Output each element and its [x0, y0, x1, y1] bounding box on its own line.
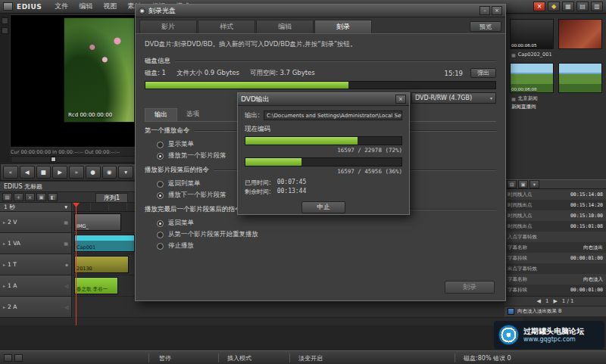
radio-option[interactable]: 返回菜单	[145, 216, 496, 228]
layout-rows-icon[interactable]: ▤	[576, 2, 589, 11]
bin-thumbnail[interactable]	[558, 63, 602, 93]
menu-edit[interactable]: 编辑	[73, 0, 98, 13]
expand-icon[interactable]: ▸	[3, 283, 5, 288]
list-toolbar-icon-1[interactable]: ▤	[507, 180, 517, 188]
minimize-icon[interactable]: –	[479, 6, 490, 15]
toolbar-icon-4[interactable]: ▣	[36, 193, 46, 201]
list-item[interactable]: 入点字幕特效	[504, 232, 606, 242]
abort-button[interactable]: 中止	[301, 201, 345, 213]
track-header-1t[interactable]: ▸ 1 T ▪	[0, 254, 72, 275]
shuttle-left-button[interactable]: «	[3, 166, 18, 179]
toolbar-icon-2[interactable]: +	[14, 193, 23, 201]
expand-icon[interactable]: ▸	[3, 304, 5, 310]
list-item[interactable]: 字幕持续 00:00:01:00	[504, 285, 606, 295]
status-insert-mode[interactable]: 插入模式	[227, 351, 251, 364]
track-header-2v[interactable]: ▸ 2 V ▦	[0, 212, 72, 233]
bin-item-caption[interactable]: ▦ Cap0202_001	[511, 51, 552, 58]
sequence-tab[interactable]: 序列1	[95, 193, 128, 202]
list-item[interactable]: 字幕持续 00:00:01:00	[504, 253, 606, 263]
status-ripple[interactable]: 淡变开启	[298, 351, 323, 364]
audio-track-icon[interactable]: ◁	[64, 283, 68, 288]
list-toolbar-icon-2[interactable]: ▣	[518, 180, 528, 188]
close-icon[interactable]: ×	[492, 6, 502, 15]
effect-row[interactable]: 向右淡入淡出效果 B	[504, 306, 606, 316]
menu-file[interactable]: 文件	[49, 0, 73, 13]
pager-prev-icon[interactable]: ◀	[537, 298, 541, 304]
loop-button[interactable]: ◉	[102, 166, 117, 179]
bin-thumbnail[interactable]: 00:00:06:05	[510, 19, 554, 49]
menu-view[interactable]: 视图	[98, 0, 122, 13]
dialog-titlebar[interactable]: DVD输出 ×	[238, 93, 409, 106]
track-header-1va[interactable]: ▸ 1 VA ▦	[0, 233, 72, 254]
seek-handle[interactable]	[51, 157, 56, 162]
status-icon[interactable]	[4, 354, 12, 362]
audio-track-icon[interactable]: ◁	[64, 304, 68, 310]
tab-style[interactable]: 样式	[198, 20, 255, 33]
track-header-2a[interactable]: ▸ 2 A ◁	[0, 297, 72, 318]
record-button[interactable]: ●	[86, 166, 101, 179]
video-track-icon[interactable]: ▦	[64, 219, 68, 225]
preview-button[interactable]: 预览	[470, 21, 501, 32]
list-item[interactable]: 字幕名称 向右淡入	[504, 274, 606, 285]
list-item[interactable]: 出点字幕特效	[504, 263, 606, 274]
video-track-icon[interactable]: ▦	[64, 241, 68, 246]
list-item[interactable]: 时间线入点 00:15:14:08	[504, 189, 606, 200]
close-icon[interactable]: ×	[395, 95, 406, 104]
expand-icon[interactable]: ▸	[3, 219, 5, 225]
expand-icon[interactable]: ▸	[3, 241, 5, 246]
bin-item-caption[interactable]: ▦ 北京新闻	[511, 95, 538, 102]
list-item[interactable]: 时间线出点 00:15:01:08	[504, 221, 606, 232]
play-button[interactable]: ▶	[52, 166, 67, 179]
step-forward-button[interactable]: »	[69, 166, 84, 179]
radio-icon[interactable]	[157, 142, 164, 148]
list-item[interactable]: 时间线入点 00:15:10:00	[504, 210, 606, 221]
track-header-1a[interactable]: ▸ 1 A ◁	[0, 275, 72, 297]
seek-bar[interactable]	[11, 156, 136, 163]
media-type-dropdown[interactable]: DVD-R/RW (4.7GB) ▾	[411, 92, 496, 104]
timeline-clip[interactable]: Cap001	[74, 235, 135, 252]
bin-item-caption-selected[interactable]: 新闻直播间	[511, 104, 536, 110]
dialog-titlebar[interactable]: 刻录光盘 – ×	[136, 5, 505, 17]
radio-icon[interactable]	[157, 181, 164, 188]
title-track-icon[interactable]: ▪	[65, 262, 68, 267]
playhead-line[interactable]	[76, 203, 77, 325]
tab-movie[interactable]: 影片	[139, 20, 197, 33]
radio-icon-selected[interactable]	[157, 192, 164, 199]
radio-icon-selected[interactable]	[157, 220, 164, 227]
eject-button[interactable]: 弹出	[470, 68, 496, 78]
burn-button[interactable]: 刻录	[445, 281, 495, 294]
tab-burn[interactable]: 刻录	[314, 20, 372, 33]
layout-grid-icon[interactable]: ▦	[562, 2, 574, 11]
close-icon[interactable]: ×	[533, 2, 545, 11]
status-icon[interactable]	[14, 354, 23, 362]
list-item[interactable]: 时间线出点 00:15:14:20	[504, 200, 606, 210]
list-toolbar-icon-3[interactable]: ▾	[529, 180, 539, 188]
pager-next-icon[interactable]: ▶	[553, 298, 557, 304]
radio-icon-selected[interactable]	[157, 153, 164, 160]
list-item[interactable]: 字幕名称 向右淡出	[504, 242, 606, 253]
tab-edit[interactable]: 编辑	[256, 20, 314, 33]
timeline-clip[interactable]: 20130	[74, 256, 129, 273]
subtab-options[interactable]: 选项	[177, 108, 208, 121]
bin-thumbnail[interactable]	[558, 19, 602, 49]
strip-icon[interactable]	[2, 17, 8, 24]
timeline-clip[interactable]: IMG_	[74, 213, 121, 231]
layout-cols-icon[interactable]: ▥	[591, 2, 603, 11]
stop-button[interactable]: ■	[36, 166, 52, 179]
strip-icon[interactable]	[2, 27, 8, 34]
radio-icon[interactable]	[157, 243, 164, 250]
toolbar-icon-5[interactable]: ◧	[48, 193, 58, 201]
step-back-button[interactable]: ◀	[20, 166, 35, 179]
expand-icon[interactable]: ▸	[3, 262, 5, 267]
toolbar-icon-3[interactable]: x	[25, 193, 35, 201]
bin-thumbnail[interactable]: 00:00:06:08	[510, 63, 554, 93]
toolbar-icon-1[interactable]: ▤	[2, 193, 12, 201]
radio-option[interactable]: 从第一个影片段落开始重复播放	[145, 228, 496, 239]
timescale-dropdown[interactable]: 1 秒 ▾	[0, 203, 72, 212]
export-button[interactable]: ▾	[118, 166, 133, 179]
radio-option[interactable]: 停止播放	[145, 239, 496, 250]
radio-icon[interactable]	[157, 232, 164, 238]
capture-icon[interactable]: ◆	[548, 2, 560, 11]
subtab-output[interactable]: 输出	[145, 108, 177, 121]
timeline-clip[interactable]: 春之歌 李谷一	[74, 277, 118, 294]
